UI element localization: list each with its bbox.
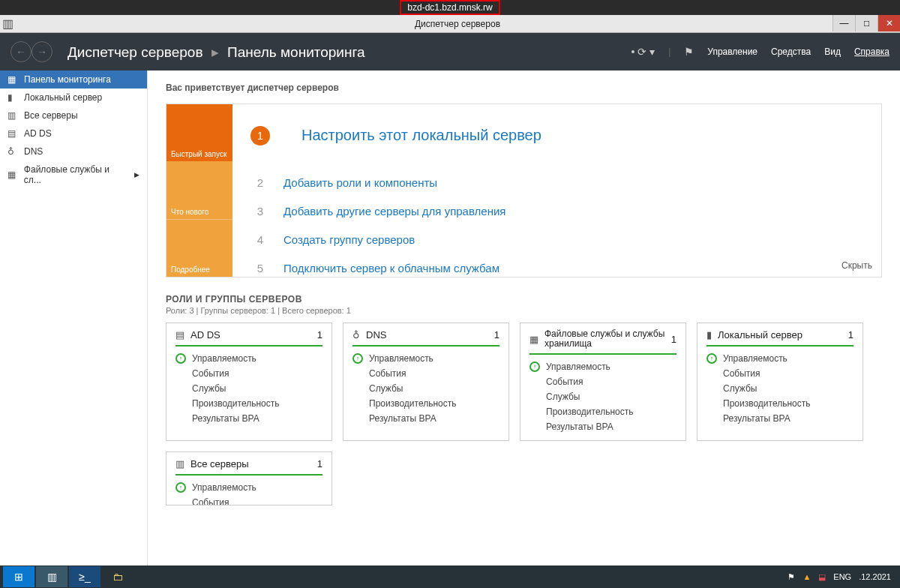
minimize-button[interactable]: — <box>832 15 855 32</box>
card-adds[interactable]: ▤AD DS1 ↑Управляемость События Службы Пр… <box>166 322 332 441</box>
step-number: 2 <box>250 172 270 192</box>
servers-icon: ▥ <box>176 458 184 470</box>
step-number: 4 <box>250 230 270 249</box>
taskbar: ⊞ ▥ ≥_ 🗀 ⚑ ▲ ⬓ ENG .12.2021 <box>0 566 900 588</box>
sidebar-item-dns[interactable]: ♁DNS <box>0 142 147 160</box>
chevron-right-icon: ▶ <box>134 171 140 178</box>
status-ok-icon: ↑ <box>176 482 186 493</box>
forward-button[interactable]: → <box>32 41 52 62</box>
sidebar-item-file-services[interactable]: ▦Файловые службы и сл...▶ <box>0 160 147 189</box>
welcome-heading: Вас приветствует диспетчер серверов <box>166 82 882 93</box>
close-button[interactable]: ✕ <box>878 15 900 32</box>
sidebar: ▦Панель мониторинга ▮Локальный сервер ▥В… <box>0 70 148 571</box>
step-link-create-group[interactable]: Создать группу серверов <box>284 233 415 246</box>
role-cards: ▤AD DS1 ↑Управляемость События Службы Пр… <box>166 322 882 506</box>
breadcrumb-root[interactable]: Диспетчер серверов <box>68 44 203 60</box>
sidebar-item-all-servers[interactable]: ▥Все серверы <box>0 106 147 124</box>
flag-icon[interactable]: ⚑ <box>684 46 694 58</box>
sidebar-item-dashboard[interactable]: ▦Панель мониторинга <box>0 70 147 88</box>
breadcrumb-page: Панель мониторинга <box>227 44 364 60</box>
card-file-services[interactable]: ▦Файловые службы и службы хранилища1 ↑Уп… <box>520 322 686 441</box>
window-title-bar: ▥ Диспетчер серверов — □ ✕ <box>0 15 900 33</box>
roles-heading: РОЛИ И ГРУППЫ СЕРВЕРОВ <box>166 294 882 304</box>
file-services-icon: ▦ <box>8 170 18 180</box>
tray-notify-icon[interactable]: ▲ <box>802 572 811 581</box>
window-title: Диспетчер серверов <box>15 19 900 29</box>
taskbar-server-manager[interactable]: ▥ <box>36 566 68 587</box>
adds-icon: ▤ <box>8 128 18 139</box>
step-link-add-servers[interactable]: Добавить другие серверы для управления <box>284 205 506 218</box>
step-link-cloud[interactable]: Подключить сервер к облачным службам <box>284 262 500 274</box>
step-number: 1 <box>250 126 270 146</box>
roles-subheading: Роли: 3 | Группы серверов: 1 | Всего сер… <box>166 306 882 315</box>
adds-icon: ▤ <box>176 329 184 340</box>
server-icon: ▮ <box>8 92 18 103</box>
card-dns[interactable]: ♁DNS1 ↑Управляемость События Службы Прои… <box>343 322 509 441</box>
host-bar: bzd-dc1.bzd.mnsk.rw <box>0 0 900 15</box>
main-content: Вас приветствует диспетчер серверов Быст… <box>148 70 900 571</box>
dns-icon: ♁ <box>352 329 360 340</box>
step-link-add-roles[interactable]: Добавить роли и компоненты <box>284 176 437 189</box>
refresh-dropdown[interactable]: • ⟳ ▾ <box>632 46 656 58</box>
menu-view[interactable]: Вид <box>824 46 841 57</box>
maximize-button[interactable]: □ <box>855 15 878 32</box>
tray-flag-icon[interactable]: ⚑ <box>788 572 795 582</box>
menu-manage[interactable]: Управление <box>707 46 758 57</box>
server-icon: ▮ <box>706 329 712 340</box>
dashboard-icon: ▦ <box>8 74 18 85</box>
quick-seg-new[interactable]: Что нового <box>166 161 232 218</box>
file-services-icon: ▦ <box>530 334 538 345</box>
quick-start-tile: Быстрый запуск Что нового Подробнее 1Нас… <box>166 104 882 278</box>
servers-icon: ▥ <box>8 110 18 121</box>
card-local-server[interactable]: ▮Локальный сервер1 ↑Управляемость Событи… <box>697 322 863 441</box>
breadcrumb: Диспетчер серверов ▸ Панель мониторинга <box>68 44 365 61</box>
status-ok-icon: ↑ <box>352 353 363 364</box>
chevron-right-icon: ▸ <box>212 44 219 60</box>
card-all-servers[interactable]: ▥Все серверы1 ↑Управляемость События <box>166 452 332 506</box>
toolbar: ← → Диспетчер серверов ▸ Панель монитори… <box>0 33 900 70</box>
quick-seg-more[interactable]: Подробнее <box>166 219 232 277</box>
quick-seg-start[interactable]: Быстрый запуск <box>166 104 232 161</box>
start-button[interactable]: ⊞ <box>3 566 34 587</box>
hide-link[interactable]: Скрыть <box>842 260 872 271</box>
host-name: bzd-dc1.bzd.mnsk.rw <box>400 0 500 15</box>
sidebar-item-adds[interactable]: ▤AD DS <box>0 124 147 142</box>
step-link-configure[interactable]: Настроить этот локальный сервер <box>284 115 863 156</box>
back-button[interactable]: ← <box>10 41 32 62</box>
status-ok-icon: ↑ <box>530 362 540 372</box>
status-ok-icon: ↑ <box>706 353 717 364</box>
menu-tools[interactable]: Средства <box>771 46 811 57</box>
sidebar-item-local-server[interactable]: ▮Локальный сервер <box>0 88 147 106</box>
status-ok-icon: ↑ <box>176 353 186 364</box>
taskbar-explorer[interactable]: 🗀 <box>102 566 134 587</box>
dns-icon: ♁ <box>8 146 18 157</box>
step-number: 5 <box>250 258 270 278</box>
tray-date[interactable]: .12.2021 <box>859 572 891 581</box>
tray-lang[interactable]: ENG <box>833 572 851 581</box>
tray-network-icon[interactable]: ⬓ <box>818 572 826 582</box>
step-number: 3 <box>250 201 270 220</box>
app-icon: ▥ <box>0 16 15 31</box>
menu-help[interactable]: Справка <box>854 46 890 57</box>
taskbar-powershell[interactable]: ≥_ <box>69 566 100 587</box>
